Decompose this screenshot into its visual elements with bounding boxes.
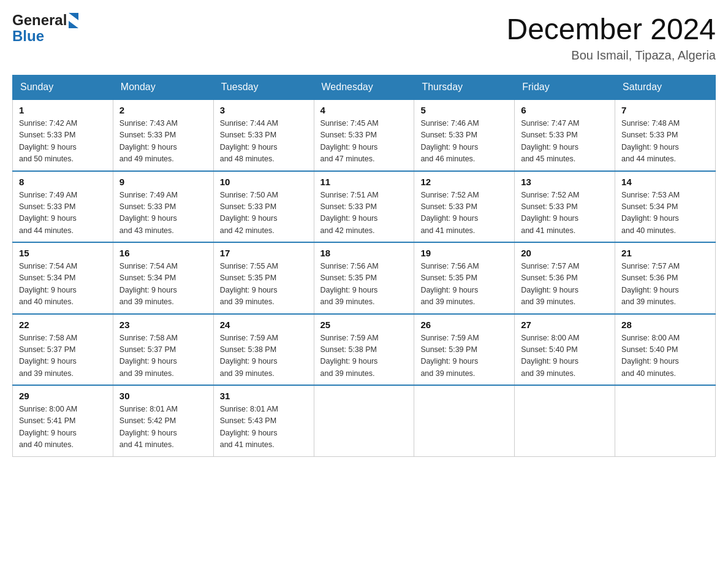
day-number: 15 (19, 248, 107, 258)
day-number: 21 (621, 248, 709, 258)
day-number: 18 (320, 248, 408, 258)
day-cell: 15Sunrise: 7:54 AM Sunset: 5:34 PM Dayli… (13, 242, 113, 314)
day-number: 9 (119, 177, 207, 187)
day-cell: 3Sunrise: 7:44 AM Sunset: 5:33 PM Daylig… (213, 99, 314, 171)
day-cell (314, 385, 414, 456)
day-number: 6 (521, 105, 609, 115)
day-cell: 26Sunrise: 7:59 AM Sunset: 5:39 PM Dayli… (414, 314, 515, 386)
day-cell: 11Sunrise: 7:51 AM Sunset: 5:33 PM Dayli… (314, 171, 414, 243)
day-info: Sunrise: 7:44 AM Sunset: 5:33 PM Dayligh… (220, 118, 308, 166)
logo-image: General Blue (12, 12, 78, 45)
day-info: Sunrise: 7:59 AM Sunset: 5:38 PM Dayligh… (320, 332, 408, 380)
month-title: December 2024 (506, 12, 716, 46)
day-cell (515, 385, 615, 456)
day-cell (615, 385, 716, 456)
day-cell: 8Sunrise: 7:49 AM Sunset: 5:33 PM Daylig… (13, 171, 113, 243)
location-subtitle: Bou Ismail, Tipaza, Algeria (506, 48, 716, 63)
week-row-1: 1Sunrise: 7:42 AM Sunset: 5:33 PM Daylig… (13, 99, 716, 171)
day-number: 31 (220, 391, 308, 401)
day-number: 4 (320, 105, 408, 115)
day-info: Sunrise: 7:52 AM Sunset: 5:33 PM Dayligh… (420, 190, 508, 237)
day-info: Sunrise: 7:58 AM Sunset: 5:37 PM Dayligh… (19, 332, 107, 380)
day-cell: 14Sunrise: 7:53 AM Sunset: 5:34 PM Dayli… (615, 171, 716, 243)
day-info: Sunrise: 7:53 AM Sunset: 5:34 PM Dayligh… (621, 190, 709, 237)
day-info: Sunrise: 7:43 AM Sunset: 5:33 PM Dayligh… (119, 118, 207, 166)
day-cell: 19Sunrise: 7:56 AM Sunset: 5:35 PM Dayli… (414, 242, 515, 314)
day-cell: 31Sunrise: 8:01 AM Sunset: 5:43 PM Dayli… (213, 385, 314, 456)
page-header: General Blue December 2024 Bou Ismail, T… (12, 12, 716, 63)
day-info: Sunrise: 7:42 AM Sunset: 5:33 PM Dayligh… (19, 118, 107, 166)
day-cell: 1Sunrise: 7:42 AM Sunset: 5:33 PM Daylig… (13, 99, 113, 171)
day-header-saturday: Saturday (615, 75, 716, 100)
day-number: 1 (19, 105, 107, 115)
day-number: 12 (420, 177, 508, 187)
calendar-table: SundayMondayTuesdayWednesdayThursdayFrid… (12, 75, 716, 457)
day-number: 5 (420, 105, 508, 115)
day-cell: 30Sunrise: 8:01 AM Sunset: 5:42 PM Dayli… (113, 385, 213, 456)
day-cell: 20Sunrise: 7:57 AM Sunset: 5:36 PM Dayli… (515, 242, 615, 314)
day-cell: 24Sunrise: 7:59 AM Sunset: 5:38 PM Dayli… (213, 314, 314, 386)
day-number: 3 (220, 105, 308, 115)
day-cell: 16Sunrise: 7:54 AM Sunset: 5:34 PM Dayli… (113, 242, 213, 314)
day-cell: 29Sunrise: 8:00 AM Sunset: 5:41 PM Dayli… (13, 385, 113, 456)
day-cell: 28Sunrise: 8:00 AM Sunset: 5:40 PM Dayli… (615, 314, 716, 386)
logo-general-text: General (12, 12, 67, 28)
day-info: Sunrise: 7:54 AM Sunset: 5:34 PM Dayligh… (19, 261, 107, 308)
week-row-3: 15Sunrise: 7:54 AM Sunset: 5:34 PM Dayli… (13, 242, 716, 314)
day-number: 29 (19, 391, 107, 401)
day-number: 13 (521, 177, 609, 187)
day-header-wednesday: Wednesday (314, 75, 414, 100)
day-number: 30 (119, 391, 207, 401)
title-block: December 2024 Bou Ismail, Tipaza, Algeri… (506, 12, 716, 63)
day-header-tuesday: Tuesday (213, 75, 314, 100)
day-header-monday: Monday (113, 75, 213, 100)
day-info: Sunrise: 7:58 AM Sunset: 5:37 PM Dayligh… (119, 332, 207, 380)
logo: General Blue (12, 12, 78, 45)
day-info: Sunrise: 7:46 AM Sunset: 5:33 PM Dayligh… (420, 118, 508, 166)
day-number: 23 (119, 320, 207, 330)
day-info: Sunrise: 7:56 AM Sunset: 5:35 PM Dayligh… (320, 261, 408, 308)
logo-blue-text: Blue (12, 28, 44, 44)
day-header-friday: Friday (515, 75, 615, 100)
day-info: Sunrise: 7:47 AM Sunset: 5:33 PM Dayligh… (521, 118, 609, 166)
day-number: 26 (420, 320, 508, 330)
day-number: 19 (420, 248, 508, 258)
week-row-4: 22Sunrise: 7:58 AM Sunset: 5:37 PM Dayli… (13, 314, 716, 386)
day-info: Sunrise: 7:55 AM Sunset: 5:35 PM Dayligh… (220, 261, 308, 308)
day-number: 22 (19, 320, 107, 330)
day-cell: 2Sunrise: 7:43 AM Sunset: 5:33 PM Daylig… (113, 99, 213, 171)
day-number: 25 (320, 320, 408, 330)
day-cell (414, 385, 515, 456)
day-cell: 21Sunrise: 7:57 AM Sunset: 5:36 PM Dayli… (615, 242, 716, 314)
day-number: 14 (621, 177, 709, 187)
day-info: Sunrise: 7:52 AM Sunset: 5:33 PM Dayligh… (521, 190, 609, 237)
day-info: Sunrise: 7:59 AM Sunset: 5:38 PM Dayligh… (220, 332, 308, 380)
day-cell: 7Sunrise: 7:48 AM Sunset: 5:33 PM Daylig… (615, 99, 716, 171)
day-cell: 13Sunrise: 7:52 AM Sunset: 5:33 PM Dayli… (515, 171, 615, 243)
day-cell: 18Sunrise: 7:56 AM Sunset: 5:35 PM Dayli… (314, 242, 414, 314)
day-info: Sunrise: 7:54 AM Sunset: 5:34 PM Dayligh… (119, 261, 207, 308)
day-info: Sunrise: 7:57 AM Sunset: 5:36 PM Dayligh… (521, 261, 609, 308)
day-number: 17 (220, 248, 308, 258)
day-info: Sunrise: 7:48 AM Sunset: 5:33 PM Dayligh… (621, 118, 709, 166)
day-number: 27 (521, 320, 609, 330)
day-cell: 23Sunrise: 7:58 AM Sunset: 5:37 PM Dayli… (113, 314, 213, 386)
week-row-2: 8Sunrise: 7:49 AM Sunset: 5:33 PM Daylig… (13, 171, 716, 243)
day-cell: 6Sunrise: 7:47 AM Sunset: 5:33 PM Daylig… (515, 99, 615, 171)
day-cell: 27Sunrise: 8:00 AM Sunset: 5:40 PM Dayli… (515, 314, 615, 386)
day-info: Sunrise: 7:45 AM Sunset: 5:33 PM Dayligh… (320, 118, 408, 166)
day-cell: 4Sunrise: 7:45 AM Sunset: 5:33 PM Daylig… (314, 99, 414, 171)
day-info: Sunrise: 7:59 AM Sunset: 5:39 PM Dayligh… (420, 332, 508, 380)
day-info: Sunrise: 7:49 AM Sunset: 5:33 PM Dayligh… (19, 190, 107, 237)
day-number: 28 (621, 320, 709, 330)
day-number: 7 (621, 105, 709, 115)
day-cell: 5Sunrise: 7:46 AM Sunset: 5:33 PM Daylig… (414, 99, 515, 171)
day-info: Sunrise: 8:01 AM Sunset: 5:43 PM Dayligh… (220, 404, 308, 451)
day-cell: 12Sunrise: 7:52 AM Sunset: 5:33 PM Dayli… (414, 171, 515, 243)
day-number: 10 (220, 177, 308, 187)
day-info: Sunrise: 8:00 AM Sunset: 5:41 PM Dayligh… (19, 404, 107, 451)
day-number: 20 (521, 248, 609, 258)
day-info: Sunrise: 7:49 AM Sunset: 5:33 PM Dayligh… (119, 190, 207, 237)
day-info: Sunrise: 7:50 AM Sunset: 5:33 PM Dayligh… (220, 190, 308, 237)
day-info: Sunrise: 8:01 AM Sunset: 5:42 PM Dayligh… (119, 404, 207, 451)
